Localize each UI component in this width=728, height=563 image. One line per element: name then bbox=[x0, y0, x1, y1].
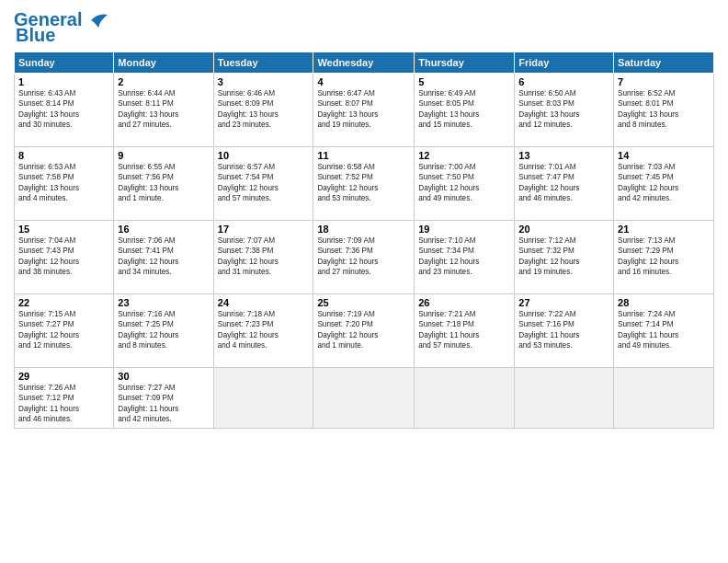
day-info-25: Sunrise: 7:19 AMSunset: 7:20 PMDaylight:… bbox=[317, 309, 410, 351]
weekday-header-saturday: Saturday bbox=[614, 52, 714, 74]
day-number-10: 10 bbox=[218, 150, 310, 161]
day-number-3: 3 bbox=[218, 76, 310, 87]
day-info-1: Sunrise: 6:43 AMSunset: 8:14 PMDaylight:… bbox=[18, 88, 109, 131]
day-info-23: Sunrise: 7:16 AMSunset: 7:25 PMDaylight:… bbox=[118, 309, 209, 351]
calendar-cell-8: 8Sunrise: 6:53 AMSunset: 7:58 PMDaylight… bbox=[15, 147, 114, 221]
day-info-27: Sunrise: 7:22 AMSunset: 7:16 PMDaylight:… bbox=[518, 309, 609, 351]
day-info-29: Sunrise: 7:26 AMSunset: 7:12 PMDaylight:… bbox=[18, 383, 109, 425]
weekday-header-sunday: Sunday bbox=[15, 52, 114, 74]
day-number-27: 27 bbox=[518, 297, 609, 308]
page-header: General Blue bbox=[14, 9, 714, 46]
day-info-20: Sunrise: 7:12 AMSunset: 7:32 PMDaylight:… bbox=[518, 236, 609, 278]
calendar-cell-5: 5Sunrise: 6:49 AMSunset: 8:05 PMDaylight… bbox=[415, 74, 515, 147]
day-number-22: 22 bbox=[18, 297, 109, 308]
weekday-header-wednesday: Wednesday bbox=[313, 52, 415, 74]
calendar-cell-18: 18Sunrise: 7:09 AMSunset: 7:36 PMDayligh… bbox=[313, 221, 415, 294]
day-info-15: Sunrise: 7:04 AMSunset: 7:43 PMDaylight:… bbox=[18, 236, 109, 278]
day-number-19: 19 bbox=[418, 224, 510, 235]
calendar-cell-22: 22Sunrise: 7:15 AMSunset: 7:27 PMDayligh… bbox=[15, 294, 114, 368]
calendar-row-5: 29Sunrise: 7:26 AMSunset: 7:12 PMDayligh… bbox=[15, 368, 714, 429]
calendar-row-3: 15Sunrise: 7:04 AMSunset: 7:43 PMDayligh… bbox=[15, 221, 714, 294]
day-number-9: 9 bbox=[118, 150, 209, 161]
day-info-12: Sunrise: 7:00 AMSunset: 7:50 PMDaylight:… bbox=[418, 162, 510, 204]
day-number-25: 25 bbox=[317, 297, 410, 308]
day-info-14: Sunrise: 7:03 AMSunset: 7:45 PMDaylight:… bbox=[618, 162, 710, 204]
weekday-header-friday: Friday bbox=[515, 52, 614, 74]
weekday-header-tuesday: Tuesday bbox=[213, 52, 313, 74]
calendar-cell-9: 9Sunrise: 6:55 AMSunset: 7:56 PMDaylight… bbox=[114, 147, 213, 221]
day-number-26: 26 bbox=[418, 297, 510, 308]
calendar-cell-10: 10Sunrise: 6:57 AMSunset: 7:54 PMDayligh… bbox=[213, 147, 313, 221]
day-info-18: Sunrise: 7:09 AMSunset: 7:36 PMDaylight:… bbox=[317, 236, 410, 278]
calendar-cell-23: 23Sunrise: 7:16 AMSunset: 7:25 PMDayligh… bbox=[114, 294, 213, 368]
day-number-7: 7 bbox=[618, 76, 710, 87]
day-info-22: Sunrise: 7:15 AMSunset: 7:27 PMDaylight:… bbox=[18, 309, 109, 351]
calendar-cell-24: 24Sunrise: 7:18 AMSunset: 7:23 PMDayligh… bbox=[213, 294, 313, 368]
day-info-2: Sunrise: 6:44 AMSunset: 8:11 PMDaylight:… bbox=[118, 88, 209, 131]
calendar-cell-20: 20Sunrise: 7:12 AMSunset: 7:32 PMDayligh… bbox=[515, 221, 614, 294]
day-info-7: Sunrise: 6:52 AMSunset: 8:01 PMDaylight:… bbox=[618, 88, 710, 131]
day-number-11: 11 bbox=[317, 150, 410, 161]
day-number-14: 14 bbox=[618, 150, 710, 161]
day-number-12: 12 bbox=[418, 150, 510, 161]
day-number-28: 28 bbox=[618, 297, 710, 308]
day-number-24: 24 bbox=[218, 297, 310, 308]
calendar-cell-16: 16Sunrise: 7:06 AMSunset: 7:41 PMDayligh… bbox=[114, 221, 213, 294]
day-info-5: Sunrise: 6:49 AMSunset: 8:05 PMDaylight:… bbox=[418, 88, 510, 131]
calendar-cell-12: 12Sunrise: 7:00 AMSunset: 7:50 PMDayligh… bbox=[415, 147, 515, 221]
day-info-13: Sunrise: 7:01 AMSunset: 7:47 PMDaylight:… bbox=[518, 162, 609, 204]
calendar-cell-3: 3Sunrise: 6:46 AMSunset: 8:09 PMDaylight… bbox=[213, 74, 313, 147]
day-number-2: 2 bbox=[118, 76, 209, 87]
calendar-cell-29: 29Sunrise: 7:26 AMSunset: 7:12 PMDayligh… bbox=[15, 368, 114, 429]
day-number-21: 21 bbox=[618, 224, 710, 235]
calendar-cell-4: 4Sunrise: 6:47 AMSunset: 8:07 PMDaylight… bbox=[313, 74, 415, 147]
weekday-header-row: SundayMondayTuesdayWednesdayThursdayFrid… bbox=[15, 52, 714, 74]
day-info-6: Sunrise: 6:50 AMSunset: 8:03 PMDaylight:… bbox=[518, 88, 609, 131]
day-number-20: 20 bbox=[518, 224, 609, 235]
day-number-8: 8 bbox=[18, 150, 109, 161]
calendar-cell-11: 11Sunrise: 6:58 AMSunset: 7:52 PMDayligh… bbox=[313, 147, 415, 221]
day-info-24: Sunrise: 7:18 AMSunset: 7:23 PMDaylight:… bbox=[218, 309, 310, 351]
day-number-15: 15 bbox=[18, 224, 109, 235]
logo: General Blue bbox=[14, 9, 108, 46]
calendar-table: SundayMondayTuesdayWednesdayThursdayFrid… bbox=[14, 52, 714, 429]
day-number-18: 18 bbox=[317, 224, 410, 235]
day-number-16: 16 bbox=[118, 224, 209, 235]
calendar-cell-14: 14Sunrise: 7:03 AMSunset: 7:45 PMDayligh… bbox=[614, 147, 714, 221]
day-info-21: Sunrise: 7:13 AMSunset: 7:29 PMDaylight:… bbox=[618, 236, 710, 278]
day-info-19: Sunrise: 7:10 AMSunset: 7:34 PMDaylight:… bbox=[418, 236, 510, 278]
calendar-cell-2: 2Sunrise: 6:44 AMSunset: 8:11 PMDaylight… bbox=[114, 74, 213, 147]
logo-wing-icon bbox=[82, 11, 108, 29]
calendar-cell-empty bbox=[614, 368, 714, 429]
calendar-cell-empty bbox=[515, 368, 614, 429]
day-number-5: 5 bbox=[418, 76, 510, 87]
day-info-9: Sunrise: 6:55 AMSunset: 7:56 PMDaylight:… bbox=[118, 162, 209, 204]
day-number-30: 30 bbox=[118, 371, 209, 382]
day-info-3: Sunrise: 6:46 AMSunset: 8:09 PMDaylight:… bbox=[218, 88, 310, 131]
calendar-cell-17: 17Sunrise: 7:07 AMSunset: 7:38 PMDayligh… bbox=[213, 221, 313, 294]
day-number-4: 4 bbox=[317, 76, 410, 87]
day-info-17: Sunrise: 7:07 AMSunset: 7:38 PMDaylight:… bbox=[218, 236, 310, 278]
day-number-23: 23 bbox=[118, 297, 209, 308]
day-info-28: Sunrise: 7:24 AMSunset: 7:14 PMDaylight:… bbox=[618, 309, 710, 351]
calendar-cell-21: 21Sunrise: 7:13 AMSunset: 7:29 PMDayligh… bbox=[614, 221, 714, 294]
day-number-29: 29 bbox=[18, 371, 109, 382]
day-info-4: Sunrise: 6:47 AMSunset: 8:07 PMDaylight:… bbox=[317, 88, 410, 131]
calendar-cell-empty bbox=[213, 368, 313, 429]
calendar-cell-13: 13Sunrise: 7:01 AMSunset: 7:47 PMDayligh… bbox=[515, 147, 614, 221]
day-number-1: 1 bbox=[18, 76, 109, 87]
calendar-cell-26: 26Sunrise: 7:21 AMSunset: 7:18 PMDayligh… bbox=[415, 294, 515, 368]
day-number-17: 17 bbox=[218, 224, 310, 235]
calendar-cell-27: 27Sunrise: 7:22 AMSunset: 7:16 PMDayligh… bbox=[515, 294, 614, 368]
weekday-header-monday: Monday bbox=[114, 52, 213, 74]
calendar-cell-1: 1Sunrise: 6:43 AMSunset: 8:14 PMDaylight… bbox=[15, 74, 114, 147]
calendar-cell-empty bbox=[415, 368, 515, 429]
day-info-26: Sunrise: 7:21 AMSunset: 7:18 PMDaylight:… bbox=[418, 309, 510, 351]
calendar-row-2: 8Sunrise: 6:53 AMSunset: 7:58 PMDaylight… bbox=[15, 147, 714, 221]
calendar-cell-15: 15Sunrise: 7:04 AMSunset: 7:43 PMDayligh… bbox=[15, 221, 114, 294]
weekday-header-thursday: Thursday bbox=[415, 52, 515, 74]
day-info-10: Sunrise: 6:57 AMSunset: 7:54 PMDaylight:… bbox=[218, 162, 310, 204]
calendar-cell-30: 30Sunrise: 7:27 AMSunset: 7:09 PMDayligh… bbox=[114, 368, 213, 429]
logo-blue: Blue bbox=[16, 25, 55, 46]
day-number-6: 6 bbox=[518, 76, 609, 87]
